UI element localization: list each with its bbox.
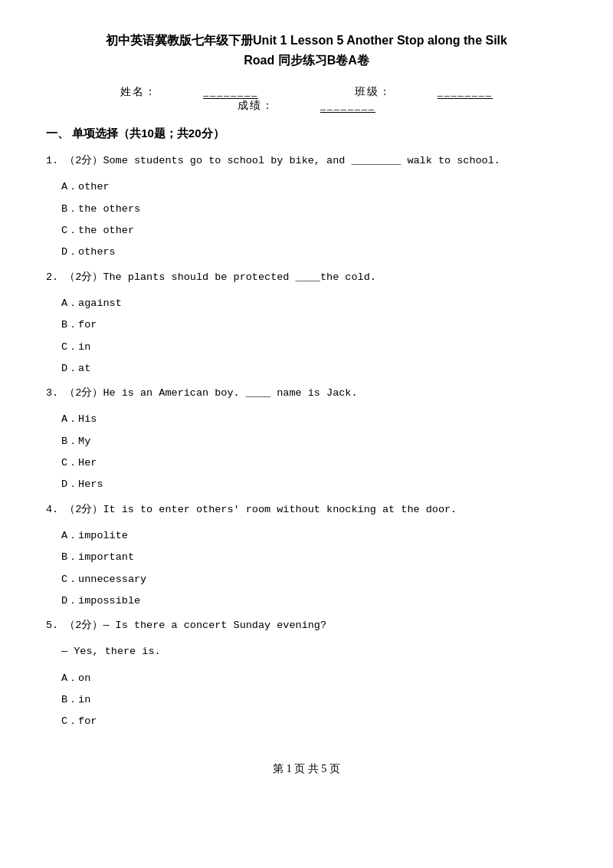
q1-option-b: B．the others bbox=[61, 200, 567, 219]
title-line1: 初中英语冀教版七年级下册Unit 1 Lesson 5 Another Stop… bbox=[46, 31, 567, 51]
score-label-text: 成绩： bbox=[238, 100, 274, 111]
q4-text: （2分）It is to enter others' room without … bbox=[64, 504, 457, 515]
name-label-text: 姓名： bbox=[120, 86, 157, 97]
q3-text: （2分）He is an American boy. ____ name is … bbox=[64, 387, 357, 399]
score-blank: ________ bbox=[320, 100, 375, 113]
question-5: 5. （2分）— Is there a concert Sunday eveni… bbox=[46, 616, 567, 635]
q1-option-a: A．other bbox=[61, 178, 567, 196]
q1-num: 1. bbox=[46, 155, 58, 166]
q4-option-a: A．impolite bbox=[61, 527, 567, 545]
score-label: 成绩：________ bbox=[215, 100, 398, 111]
q3-option-c: C．Her bbox=[61, 454, 567, 472]
question-2: 2. （2分）The plants should be protected __… bbox=[46, 268, 567, 287]
question-1: 1. （2分）Some students go to school by bik… bbox=[46, 152, 567, 170]
name-blank: ________ bbox=[203, 86, 258, 99]
class-label-text: 班级： bbox=[355, 86, 392, 97]
q4-option-d: D．impossible bbox=[61, 592, 567, 610]
q2-option-a: A．against bbox=[61, 294, 567, 313]
q2-text: （2分）The plants should be protected ____t… bbox=[64, 271, 376, 283]
question-3: 3. （2分）He is an American boy. ____ name … bbox=[46, 384, 567, 403]
q5-text: （2分）— Is there a concert Sunday evening? bbox=[64, 620, 326, 631]
class-blank: ________ bbox=[438, 86, 493, 99]
q1-text: （2分）Some students go to school by bike, … bbox=[64, 155, 500, 166]
q2-option-d: D．at bbox=[61, 360, 567, 378]
q5-option-b: B．in bbox=[61, 691, 567, 709]
q5-option-a: A．on bbox=[61, 669, 567, 688]
name-label: 姓名：________ bbox=[97, 86, 286, 97]
q3-option-d: D．Hers bbox=[61, 475, 567, 494]
question-4: 4. （2分）It is to enter others' room witho… bbox=[46, 501, 567, 519]
q5-option-c: C．for bbox=[61, 712, 567, 731]
q4-option-b: B．important bbox=[61, 548, 567, 567]
q2-option-b: B．for bbox=[61, 316, 567, 334]
title-line2: Road 同步练习B卷A卷 bbox=[46, 51, 567, 71]
q2-option-c: C．in bbox=[61, 338, 567, 357]
q2-num: 2. bbox=[46, 271, 58, 283]
q5-num: 5. bbox=[46, 620, 58, 631]
q1-option-d: D．others bbox=[61, 243, 567, 261]
q3-option-a: A．His bbox=[61, 410, 567, 429]
q1-option-c: C．the other bbox=[61, 222, 567, 240]
class-label: 班级：________ bbox=[332, 86, 516, 97]
q3-num: 3. bbox=[46, 387, 58, 399]
q5-sub-text: — Yes, there is. bbox=[61, 643, 567, 661]
q4-num: 4. bbox=[46, 504, 58, 515]
page-footer: 第 1 页 共 5 页 bbox=[46, 762, 567, 776]
section1-title: 一、 单项选择（共10题；共20分） bbox=[46, 127, 567, 141]
q4-option-c: C．unnecessary bbox=[61, 570, 567, 589]
q3-option-b: B．My bbox=[61, 432, 567, 451]
